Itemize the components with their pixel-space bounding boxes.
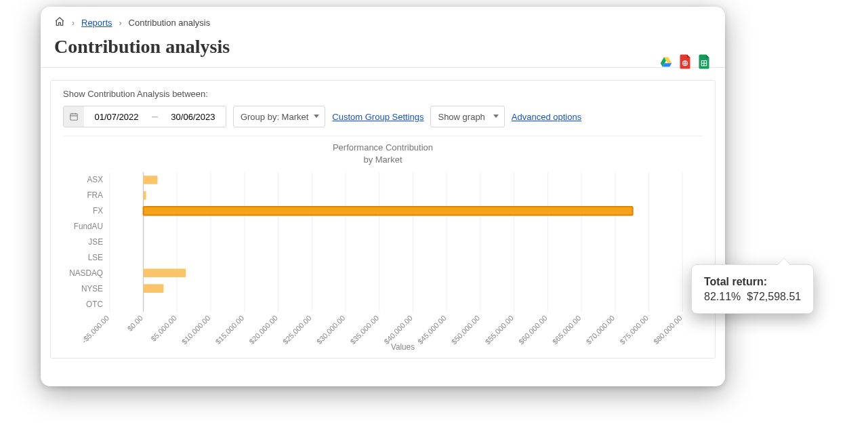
svg-text:$75,000.00: $75,000.00 (618, 314, 650, 346)
show-graph-select[interactable]: Show graph (430, 106, 504, 127)
svg-text:$45,000.00: $45,000.00 (416, 314, 448, 346)
chart-header: Performance Contribution by Market (63, 142, 703, 165)
chart-subtitle: by Market (63, 154, 703, 166)
filter-label: Show Contribution Analysis between: (63, 89, 703, 99)
svg-text:ASX: ASX (87, 175, 103, 184)
svg-text:$30,000.00: $30,000.00 (315, 314, 347, 346)
svg-text:$20,000.00: $20,000.00 (247, 314, 279, 346)
google-drive-icon[interactable] (660, 54, 672, 72)
filter-panel: Show Contribution Analysis between: – Gr… (50, 80, 716, 359)
calendar-icon (64, 106, 84, 127)
svg-rect-60 (144, 269, 186, 278)
custom-group-settings-link[interactable]: Custom Group Settings (332, 112, 423, 122)
date-separator: – (149, 110, 161, 123)
filter-controls: – Group by: Market Custom Group Settings… (63, 106, 703, 127)
svg-text:$15,000.00: $15,000.00 (214, 314, 246, 346)
svg-text:$80,000.00: $80,000.00 (652, 314, 684, 346)
advanced-options-link[interactable]: Advanced options (512, 112, 581, 122)
date-to-input[interactable] (161, 106, 226, 127)
export-icons (660, 54, 710, 72)
tooltip-percent: 82.11% (704, 291, 741, 302)
svg-text:Values: Values (391, 342, 415, 352)
svg-rect-53 (144, 191, 146, 200)
svg-text:$55,000.00: $55,000.00 (483, 314, 515, 346)
page-title: Contribution analysis (54, 36, 711, 58)
svg-rect-62 (144, 284, 164, 293)
svg-text:FRA: FRA (87, 190, 103, 200)
svg-text:FundAU: FundAU (74, 222, 103, 231)
group-by-select[interactable]: Group by: Market (233, 106, 325, 127)
breadcrumb-reports-link[interactable]: Reports (81, 18, 112, 28)
svg-text:$10,000.00: $10,000.00 (180, 314, 212, 346)
tooltip-amount: $72,598.51 (747, 291, 801, 302)
svg-text:NYSE: NYSE (81, 284, 103, 293)
breadcrumb-current: Contribution analysis (129, 18, 211, 28)
svg-text:NASDAQ: NASDAQ (69, 268, 103, 278)
svg-rect-51 (144, 176, 158, 184)
svg-rect-55 (144, 207, 633, 216)
breadcrumb: › Reports › Contribution analysis (41, 7, 725, 33)
pdf-icon[interactable] (679, 54, 691, 72)
chart-container: -$5,000.00$0.00$5,000.00$10,000.00$15,00… (63, 169, 703, 352)
tooltip-label: Total return: (704, 276, 767, 287)
chevron-right-icon: › (119, 18, 122, 28)
svg-text:$25,000.00: $25,000.00 (281, 314, 313, 346)
svg-text:$40,000.00: $40,000.00 (382, 314, 414, 346)
group-by-label: Group by: Market (241, 112, 308, 122)
divider (41, 67, 725, 68)
divider (63, 136, 703, 136)
date-from-input[interactable] (84, 106, 149, 127)
show-graph-label: Show graph (438, 112, 484, 122)
chevron-right-icon: › (72, 18, 75, 28)
svg-text:$5,000.00: $5,000.00 (149, 314, 178, 343)
svg-text:$70,000.00: $70,000.00 (585, 314, 617, 346)
svg-rect-9 (70, 114, 78, 120)
home-icon[interactable] (54, 16, 65, 29)
report-card: › Reports › Contribution analysis Contri… (41, 7, 725, 386)
svg-text:$50,000.00: $50,000.00 (450, 314, 482, 346)
svg-text:LSE: LSE (88, 253, 103, 262)
chart-tooltip: Total return: 82.11% $72,598.51 (691, 264, 814, 314)
svg-text:$65,000.00: $65,000.00 (551, 314, 583, 346)
svg-text:FX: FX (93, 206, 103, 216)
svg-text:$0.00: $0.00 (125, 314, 144, 333)
chart-title: Performance Contribution (63, 142, 703, 154)
svg-text:JSE: JSE (88, 237, 103, 247)
performance-contribution-chart: -$5,000.00$0.00$5,000.00$10,000.00$15,00… (63, 169, 703, 352)
svg-text:$60,000.00: $60,000.00 (517, 314, 549, 346)
google-sheets-icon[interactable] (698, 54, 710, 72)
svg-text:-$5,000.00: -$5,000.00 (80, 314, 110, 345)
svg-text:$35,000.00: $35,000.00 (348, 314, 380, 346)
svg-text:OTC: OTC (86, 300, 103, 309)
date-range-picker[interactable]: – (63, 106, 226, 127)
